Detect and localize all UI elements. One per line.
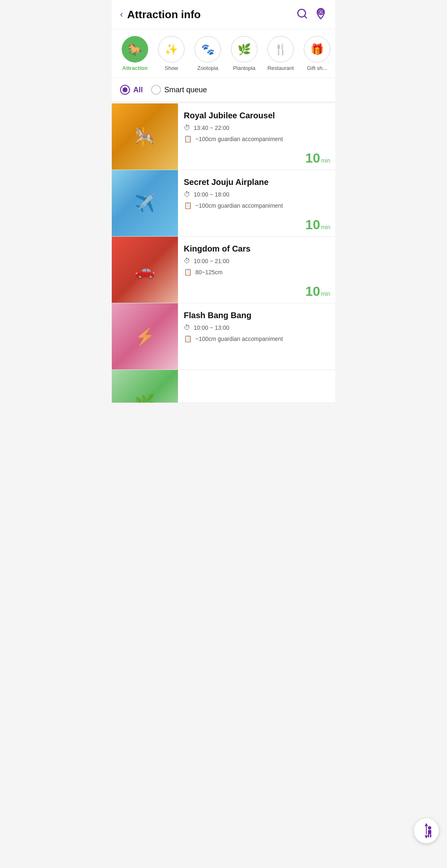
attraction-req-text-4: ~100cm guardian accompaniment bbox=[195, 336, 283, 342]
attraction-icon-circle: 🐎 bbox=[122, 36, 148, 62]
attraction-name-2: Secret Jouju Airplane bbox=[184, 177, 329, 187]
attraction-card-4[interactable]: ⚡ Flash Bang Bang ⏱ 10:00 ~ 13:00 📋 ~100… bbox=[112, 303, 335, 370]
attraction-info-2: Secret Jouju Airplane ⏱ 10:00 ~ 18:00 📋 … bbox=[178, 170, 335, 236]
filter-smart-queue[interactable]: Smart queue bbox=[151, 85, 207, 95]
header: ‹ Attraction info bbox=[112, 0, 335, 29]
clock-icon-1: ⏱ bbox=[184, 124, 190, 132]
attraction-card-1[interactable]: 🎠 Royal Jubilee Carousel ⏱ 13:40 ~ 22:00… bbox=[112, 103, 335, 170]
wait-number-2: 10 bbox=[305, 218, 320, 231]
category-attraction[interactable]: 🐎 Attraction bbox=[117, 36, 153, 71]
attraction-info-3: Kingdom of Cars ⏱ 10:00 ~ 21:00 📋 80~125… bbox=[178, 237, 335, 303]
header-icons bbox=[296, 7, 327, 22]
restaurant-icon-circle: 🍴 bbox=[267, 36, 294, 62]
height-icon-2: 📋 bbox=[184, 201, 192, 209]
attraction-time-text-3: 10:00 ~ 21:00 bbox=[194, 258, 229, 264]
attraction-req-text-1: ~100cm guardian accompaniment bbox=[195, 136, 283, 142]
attraction-img-2: ✈️ bbox=[112, 170, 178, 236]
clock-icon-4: ⏱ bbox=[184, 324, 190, 331]
img-placeholder-1: 🎠 bbox=[112, 103, 178, 170]
filter-all-label: All bbox=[133, 86, 143, 94]
category-giftshop-label: Gift sh... bbox=[307, 65, 327, 71]
attraction-info-5 bbox=[178, 370, 335, 403]
img-placeholder-4: ⚡ bbox=[112, 303, 178, 369]
attraction-time-2: ⏱ 10:00 ~ 18:00 bbox=[184, 191, 329, 198]
attraction-req-1: 📋 ~100cm guardian accompaniment bbox=[184, 135, 329, 143]
header-left: ‹ Attraction info bbox=[120, 8, 201, 21]
clock-icon-2: ⏱ bbox=[184, 191, 190, 198]
wait-min-3: min bbox=[321, 290, 330, 297]
radio-all-circle bbox=[120, 85, 130, 95]
category-restaurant[interactable]: 🍴 Restaurant bbox=[262, 36, 299, 71]
attraction-req-text-3: 80~125cm bbox=[195, 269, 223, 276]
search-button[interactable] bbox=[296, 8, 308, 21]
attraction-img-1: 🎠 bbox=[112, 103, 178, 170]
attraction-img-5: 🌿 bbox=[112, 370, 178, 403]
attraction-time-3: ⏱ 10:00 ~ 21:00 bbox=[184, 257, 329, 265]
attraction-info-1: Royal Jubilee Carousel ⏱ 13:40 ~ 22:00 📋… bbox=[178, 103, 335, 170]
filter-smart-label: Smart queue bbox=[164, 86, 207, 94]
category-attraction-label: Attraction bbox=[122, 65, 147, 71]
attraction-name-3: Kingdom of Cars bbox=[184, 243, 329, 254]
attraction-list: 🎠 Royal Jubilee Carousel ⏱ 13:40 ~ 22:00… bbox=[112, 103, 335, 403]
wait-number-1: 10 bbox=[305, 151, 320, 165]
page-title: Attraction info bbox=[127, 8, 201, 21]
category-zootopia-label: Zootopia bbox=[197, 65, 219, 71]
category-plantopia-label: Plantopia bbox=[233, 65, 255, 71]
wait-number-3: 10 bbox=[305, 285, 320, 298]
attraction-card-3[interactable]: 🚗 Kingdom of Cars ⏱ 10:00 ~ 21:00 📋 80~1… bbox=[112, 237, 335, 303]
plantopia-icon-circle: 🌿 bbox=[231, 36, 257, 62]
wait-min-2: min bbox=[321, 224, 330, 230]
height-icon-3: 📋 bbox=[184, 268, 192, 276]
img-placeholder-5: 🌿 bbox=[112, 370, 178, 403]
category-show[interactable]: ✨ Show bbox=[153, 36, 190, 71]
attraction-time-text-4: 10:00 ~ 13:00 bbox=[194, 324, 229, 331]
attraction-time-text-2: 10:00 ~ 18:00 bbox=[194, 191, 229, 198]
attraction-img-3: 🚗 bbox=[112, 237, 178, 303]
category-restaurant-label: Restaurant bbox=[267, 65, 294, 71]
category-giftshop[interactable]: 🎁 Gift sh... bbox=[299, 36, 335, 71]
category-plantopia[interactable]: 🌿 Plantopia bbox=[226, 36, 262, 71]
back-button[interactable]: ‹ bbox=[120, 9, 123, 20]
attraction-card-2[interactable]: ✈️ Secret Jouju Airplane ⏱ 10:00 ~ 18:00… bbox=[112, 170, 335, 237]
filter-all[interactable]: All bbox=[120, 85, 143, 95]
attraction-time-text-1: 13:40 ~ 22:00 bbox=[194, 125, 229, 131]
height-icon-1: 📋 bbox=[184, 135, 192, 143]
zootopia-icon-circle: 🐾 bbox=[195, 36, 221, 62]
category-zootopia[interactable]: 🐾 Zootopia bbox=[190, 36, 226, 71]
attraction-img-4: ⚡ bbox=[112, 303, 178, 369]
attraction-info-4: Flash Bang Bang ⏱ 10:00 ~ 13:00 📋 ~100cm… bbox=[178, 303, 335, 369]
attraction-req-4: 📋 ~100cm guardian accompaniment bbox=[184, 335, 329, 343]
img-placeholder-3: 🚗 bbox=[112, 237, 178, 303]
img-placeholder-2: ✈️ bbox=[112, 170, 178, 236]
map-pin-button[interactable] bbox=[315, 7, 327, 22]
attraction-time-1: ⏱ 13:40 ~ 22:00 bbox=[184, 124, 329, 132]
svg-line-1 bbox=[304, 16, 306, 18]
attraction-name-4: Flash Bang Bang bbox=[184, 310, 329, 321]
radio-smart-circle bbox=[151, 85, 161, 95]
wait-min-1: min bbox=[321, 157, 330, 164]
category-show-label: Show bbox=[165, 65, 178, 71]
attraction-time-4: ⏱ 10:00 ~ 13:00 bbox=[184, 324, 329, 331]
giftshop-icon-circle: 🎁 bbox=[304, 36, 330, 62]
attraction-card-5[interactable]: 🌿 bbox=[112, 370, 335, 403]
wait-time-3: 10 min bbox=[305, 285, 330, 298]
attraction-name-1: Royal Jubilee Carousel bbox=[184, 110, 329, 121]
wait-time-1: 10 min bbox=[305, 151, 330, 165]
height-icon-4: 📋 bbox=[184, 335, 192, 343]
attraction-req-2: 📋 ~100cm guardian accompaniment bbox=[184, 201, 329, 209]
attraction-req-text-2: ~100cm guardian accompaniment bbox=[195, 202, 283, 209]
svg-point-2 bbox=[320, 11, 322, 13]
show-icon-circle: ✨ bbox=[158, 36, 185, 62]
category-row: 🐎 Attraction ✨ Show 🐾 Zootopia 🌿 Plantop… bbox=[112, 29, 335, 78]
attraction-req-3: 📋 80~125cm bbox=[184, 268, 329, 276]
wait-time-2: 10 min bbox=[305, 218, 330, 231]
clock-icon-3: ⏱ bbox=[184, 257, 190, 265]
filter-row: All Smart queue bbox=[112, 78, 335, 102]
